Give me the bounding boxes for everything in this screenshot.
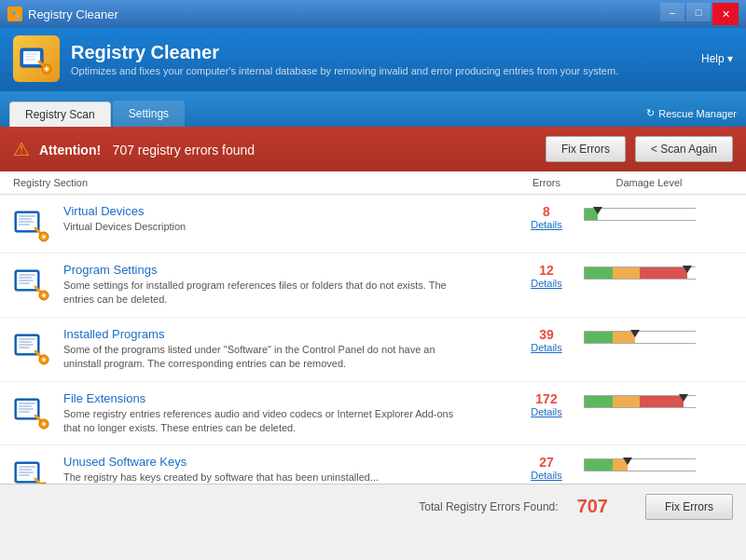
app-header-left: Registry Cleaner Optimizes and fixes you… — [13, 35, 618, 82]
item-body: Virtual DevicesVirtual Devices Descripti… — [63, 204, 509, 234]
svg-rect-10 — [19, 215, 35, 217]
error-count: 12 — [509, 263, 584, 278]
window-title: Registry Cleaner — [28, 7, 118, 21]
maximize-button[interactable]: □ — [686, 3, 711, 21]
svg-rect-3 — [25, 56, 35, 58]
help-button[interactable]: Help ▾ — [701, 52, 733, 65]
scan-again-button[interactable]: < Scan Again — [635, 136, 733, 162]
svg-rect-49 — [19, 474, 30, 476]
table-row: Unused Software KeysThe registry has key… — [0, 445, 746, 484]
svg-rect-21 — [19, 280, 34, 281]
error-count: 8 — [509, 204, 584, 219]
item-description: Some settings for installed program refe… — [63, 279, 455, 307]
footer-count: 707 — [577, 496, 608, 517]
details-link[interactable]: Details — [509, 470, 584, 481]
app-title: Registry Cleaner — [71, 42, 618, 63]
damage-level-cell — [584, 327, 733, 344]
item-errors: 12Details — [509, 263, 584, 289]
alert-bold: Attention! — [39, 143, 101, 157]
table-row: File ExtensionsSome registry entries ref… — [0, 382, 746, 446]
alert-message: 707 registry errors found — [113, 143, 256, 157]
item-body: File ExtensionsSome registry entries ref… — [63, 391, 509, 436]
item-errors: 172Details — [509, 391, 584, 417]
col-damage-header: Damage Level — [584, 177, 733, 188]
svg-rect-20 — [19, 277, 32, 279]
app-header: Registry Cleaner Optimizes and fixes you… — [0, 28, 746, 91]
app-logo — [13, 35, 60, 82]
svg-rect-31 — [19, 347, 30, 348]
registry-item-icon — [13, 457, 54, 484]
registry-item-icon — [13, 206, 54, 243]
item-description: Some of the programs listed under "Softw… — [63, 343, 455, 372]
svg-rect-13 — [19, 224, 30, 225]
svg-rect-30 — [19, 344, 34, 346]
items-list[interactable]: Virtual DevicesVirtual Devices Descripti… — [0, 195, 746, 484]
fix-errors-button-top[interactable]: Fix Errors — [546, 136, 626, 162]
tab-bar: Registry Scan Settings ↻ Rescue Manager — [0, 91, 746, 127]
column-headers: Registry Section Errors Damage Level — [0, 171, 746, 195]
tabs: Registry Scan Settings — [9, 101, 185, 127]
tab-settings[interactable]: Settings — [113, 101, 185, 127]
damage-bar — [584, 266, 696, 280]
svg-rect-37 — [19, 403, 35, 404]
damage-bar — [584, 395, 696, 408]
item-title[interactable]: Unused Software Keys — [63, 455, 509, 469]
item-description: The registry has keys created by softwar… — [63, 471, 455, 484]
rescue-icon: ↻ — [646, 107, 655, 119]
tab-registry-scan[interactable]: Registry Scan — [9, 102, 111, 127]
svg-rect-4 — [25, 59, 36, 61]
item-title[interactable]: Program Settings — [63, 263, 509, 277]
app-title-group: Registry Cleaner Optimizes and fixes you… — [71, 42, 618, 76]
damage-level-cell — [584, 263, 733, 280]
svg-rect-40 — [19, 411, 30, 413]
alert-text: Attention! 707 registry errors found — [39, 142, 536, 157]
fix-errors-button-bottom[interactable]: Fix Errors — [645, 494, 733, 520]
damage-bar — [584, 331, 696, 344]
item-errors: 27Details — [509, 455, 584, 481]
damage-level-cell — [584, 204, 733, 221]
details-link[interactable]: Details — [509, 406, 584, 417]
svg-rect-22 — [19, 282, 30, 284]
title-bar-left: 🔧 Registry Cleaner — [7, 7, 118, 21]
error-count: 39 — [509, 327, 584, 342]
rescue-manager-label: Rescue Manager — [658, 108, 737, 119]
table-row: Installed ProgramsSome of the programs l… — [0, 318, 746, 382]
col-section-header: Registry Section — [13, 177, 509, 188]
item-body: Program SettingsSome settings for instal… — [63, 263, 509, 307]
title-bar: 🔧 Registry Cleaner – □ ✕ — [0, 0, 746, 28]
details-link[interactable]: Details — [509, 278, 584, 289]
col-errors-header: Errors — [509, 177, 584, 188]
svg-rect-12 — [19, 221, 34, 223]
registry-item-icon — [13, 329, 54, 366]
item-errors: 8Details — [509, 204, 584, 230]
footer-label: Total Registry Errors Found: — [419, 500, 558, 513]
logo-icon — [19, 41, 54, 76]
svg-rect-28 — [19, 338, 35, 340]
svg-rect-48 — [19, 471, 34, 473]
rescue-manager-button[interactable]: ↻ Rescue Manager — [646, 107, 737, 127]
error-count: 27 — [509, 455, 584, 470]
registry-item-icon — [13, 393, 54, 430]
item-body: Installed ProgramsSome of the programs l… — [63, 327, 509, 372]
item-errors: 39Details — [509, 327, 584, 353]
item-title[interactable]: File Extensions — [63, 391, 509, 405]
window-controls: – □ ✕ — [660, 3, 739, 25]
item-description: Some registry entries references audio a… — [63, 407, 455, 436]
damage-bar — [584, 208, 696, 221]
alert-bar: ⚠ Attention! 707 registry errors found F… — [0, 127, 746, 171]
app-icon: 🔧 — [7, 7, 22, 21]
details-link[interactable]: Details — [509, 342, 584, 353]
table-row: Program SettingsSome settings for instal… — [0, 253, 746, 318]
svg-rect-46 — [19, 466, 35, 468]
close-button[interactable]: ✕ — [712, 3, 739, 25]
item-title[interactable]: Installed Programs — [63, 327, 509, 341]
minimize-button[interactable]: – — [660, 3, 684, 21]
app-subtitle: Optimizes and fixes your computer's inte… — [71, 65, 618, 76]
error-count: 172 — [509, 391, 584, 406]
damage-bar — [584, 458, 696, 471]
item-title[interactable]: Virtual Devices — [63, 204, 509, 218]
damage-level-cell — [584, 455, 733, 471]
svg-rect-38 — [19, 405, 32, 407]
details-link[interactable]: Details — [509, 219, 584, 230]
footer: Total Registry Errors Found: 707 Fix Err… — [0, 484, 746, 528]
